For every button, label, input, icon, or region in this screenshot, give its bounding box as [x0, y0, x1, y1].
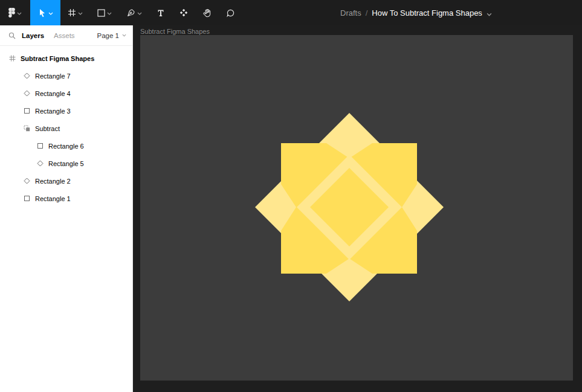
frame-tool[interactable] — [60, 0, 90, 25]
search-icon[interactable] — [8, 32, 16, 39]
layer-row-frame[interactable]: Subtract Figma Shapes — [0, 50, 132, 67]
square-icon — [23, 195, 30, 202]
layer-row[interactable]: Rectangle 3 — [0, 102, 132, 120]
sidebar-header: Layers Assets Page 1 — [0, 25, 132, 46]
layer-name: Rectangle 7 — [35, 72, 71, 80]
breadcrumb: Drafts / How To Subtract Figma Shapes — [340, 0, 492, 25]
chevron-down-icon — [78, 12, 83, 15]
layer-row[interactable]: Rectangle 2 — [0, 172, 132, 190]
component-icon — [179, 8, 188, 17]
pen-tool[interactable] — [119, 0, 149, 25]
shape-tool[interactable] — [90, 0, 119, 25]
design-frame[interactable] — [140, 35, 573, 381]
comment-icon — [226, 8, 235, 18]
layer-name: Rectangle 3 — [35, 108, 71, 115]
square-icon — [23, 108, 30, 114]
page-selector[interactable]: Page 1 — [97, 32, 126, 39]
text-icon — [157, 8, 165, 17]
square-icon — [36, 143, 44, 149]
chevron-down-icon — [17, 12, 22, 15]
layer-row[interactable]: Rectangle 6 — [0, 137, 132, 155]
layer-name: Rectangle 2 — [35, 178, 71, 185]
frame-hash-icon — [68, 8, 76, 17]
subtract-boolean-icon — [23, 125, 30, 132]
diamond-icon — [23, 72, 30, 79]
layer-name: Subtract — [35, 125, 60, 132]
frame-label[interactable]: Subtract Figma Shapes — [140, 28, 210, 35]
hand-icon — [202, 8, 212, 18]
layer-row[interactable]: Rectangle 1 — [0, 190, 132, 207]
layer-name: Subtract Figma Shapes — [21, 55, 94, 62]
text-tool[interactable] — [149, 0, 172, 25]
figma-logo-icon — [8, 8, 15, 18]
chevron-down-icon — [107, 12, 112, 15]
diamond-icon — [23, 90, 30, 97]
tab-layers[interactable]: Layers — [22, 32, 44, 39]
chevron-down-icon — [48, 12, 53, 15]
breadcrumb-folder[interactable]: Drafts — [340, 8, 361, 18]
component-tool[interactable] — [172, 0, 195, 25]
rectangle-icon — [97, 9, 105, 17]
canvas[interactable]: Subtract Figma Shapes — [133, 25, 582, 392]
frame-icon — [8, 55, 16, 62]
diamond-icon — [36, 160, 44, 167]
chevron-down-icon — [137, 12, 142, 15]
chevron-down-icon — [122, 34, 126, 37]
layers-panel: Layers Assets Page 1 Subtract Figma Shap… — [0, 25, 133, 392]
tab-assets[interactable]: Assets — [54, 32, 75, 39]
layer-row[interactable]: Rectangle 7 — [0, 67, 132, 85]
layer-row[interactable]: Rectangle 5 — [0, 155, 132, 172]
layer-name: Rectangle 5 — [48, 160, 84, 167]
layer-name: Rectangle 4 — [35, 90, 71, 97]
chevron-down-icon[interactable] — [487, 9, 492, 18]
layer-name: Rectangle 1 — [35, 195, 71, 202]
layer-row[interactable]: Rectangle 4 — [0, 85, 132, 102]
page-selector-label: Page 1 — [97, 32, 119, 39]
file-title[interactable]: How To Subtract Figma Shapes — [372, 8, 482, 18]
layer-row-subtract-group[interactable]: Subtract — [0, 120, 132, 137]
hand-tool[interactable] — [195, 0, 219, 25]
diamond-icon — [23, 178, 30, 184]
comment-tool[interactable] — [219, 0, 242, 25]
cursor-icon — [37, 8, 47, 18]
layer-name: Rectangle 6 — [48, 143, 84, 150]
pen-icon — [126, 8, 135, 18]
shape-artwork[interactable] — [140, 35, 573, 381]
figma-menu[interactable] — [0, 0, 30, 25]
move-tool[interactable] — [30, 0, 60, 25]
breadcrumb-separator: / — [366, 8, 368, 18]
toolbar: Drafts / How To Subtract Figma Shapes — [0, 0, 582, 25]
layers-list: Subtract Figma Shapes Rectangle 7 Rectan… — [0, 46, 132, 207]
